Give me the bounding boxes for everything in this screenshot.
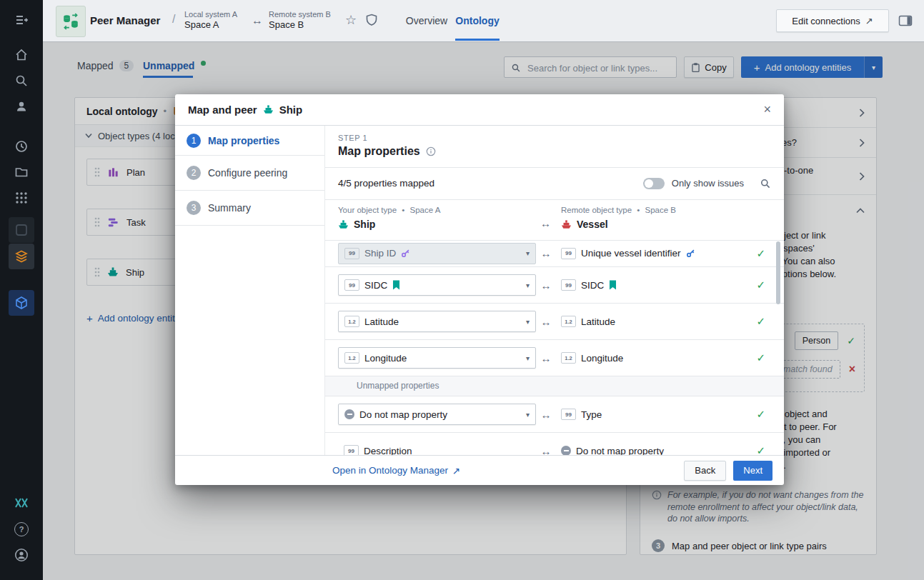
bookmark-icon <box>392 280 400 290</box>
step-label: Map properties <box>208 135 279 146</box>
profile-icon[interactable] <box>13 546 30 564</box>
dot-separator: • <box>637 206 640 214</box>
mapped-summary-text: 4/5 properties mapped <box>338 178 434 189</box>
property-name: Longitude <box>364 353 407 364</box>
property-name: Description <box>364 446 412 456</box>
panel-layout-button[interactable] <box>895 10 916 31</box>
mapping-summary-bar: 4/5 properties mapped Only show issues <box>325 167 784 200</box>
map-arrow-icon: ↔ <box>540 409 552 421</box>
string-type-icon: 99 <box>561 248 576 259</box>
only-show-issues-label: Only show issues <box>672 178 744 189</box>
property-name: Do not map property <box>359 409 447 420</box>
map-arrow-icon: ↔ <box>540 352 552 364</box>
caret-down-icon: ▾ <box>526 318 530 326</box>
property-search-icon[interactable] <box>760 178 771 189</box>
app-title: Peer Manager <box>90 14 160 26</box>
open-ontology-manager-link[interactable]: Open in Ontology Manager ↗ <box>332 465 460 476</box>
property-name: Latitude <box>364 316 399 327</box>
property-mapping-list: 99 Ship ID ▾ ↔ 99 Unique vessel identifi… <box>325 240 784 455</box>
property-select[interactable]: 99 SIDC ▾ <box>338 274 536 296</box>
footer-buttons: Back Next <box>684 461 773 481</box>
sidebar: ? <box>0 0 43 580</box>
ontology-app-icon[interactable] <box>9 244 34 269</box>
favorite-star-icon[interactable]: ☆ <box>345 12 357 28</box>
string-type-icon: 99 <box>344 248 359 259</box>
remote-system-label: Remote system B <box>269 10 331 19</box>
apps-grid-icon[interactable] <box>13 189 30 206</box>
back-button[interactable]: Back <box>684 461 726 481</box>
edit-connections-label: Edit connections <box>792 16 860 26</box>
next-button[interactable]: Next <box>733 461 773 481</box>
folder-icon[interactable] <box>13 164 30 181</box>
property-name: SIDC <box>581 280 604 291</box>
close-icon[interactable]: × <box>763 102 771 117</box>
string-type-icon: 99 <box>344 279 359 291</box>
people-icon[interactable] <box>13 98 30 115</box>
mapped-check-icon: ✓ <box>756 247 765 260</box>
step-number-badge: 3 <box>187 201 201 215</box>
your-object-type-label: Your object type <box>338 206 397 214</box>
toggle-knob <box>645 179 653 188</box>
search-nav-icon[interactable] <box>13 72 30 89</box>
bookmark-icon <box>609 280 617 290</box>
double-type-icon: 1.2 <box>561 316 576 327</box>
tab-ontology-label: Ontology <box>455 15 499 26</box>
modal-header: Map and peer Ship × <box>175 94 784 126</box>
next-button-label: Next <box>743 465 762 476</box>
step-configure-peering[interactable]: 2 Configure peering <box>175 156 324 191</box>
peer-manager-app-icon[interactable] <box>56 6 86 37</box>
cube-app-icon[interactable] <box>9 290 34 316</box>
double-type-icon: 1.2 <box>344 316 359 327</box>
map-arrow-icon: ↔ <box>540 217 551 229</box>
mapped-check-icon: ✓ <box>756 444 765 455</box>
step-map-properties[interactable]: 1 Map properties <box>175 126 324 156</box>
your-space-label: Space A <box>410 206 441 214</box>
caret-down-icon: ▾ <box>526 281 530 289</box>
property-name: Latitude <box>581 316 615 327</box>
step-heading-row: Map properties <box>338 145 436 158</box>
remote-property: 1.2 Longitude <box>561 352 623 364</box>
your-entity-name: Ship <box>354 219 375 230</box>
help-question-glyph: ? <box>14 522 29 536</box>
property-select[interactable]: Do not map property ▾ <box>338 404 536 425</box>
help-icon[interactable]: ? <box>13 521 30 538</box>
modal-footer: Open in Ontology Manager ↗ Back Next <box>175 455 784 485</box>
step-number-badge: 1 <box>187 134 201 148</box>
mapping-row-longitude: 1.2 Longitude ▾ ↔ 1.2 Longitude ✓ <box>325 340 784 376</box>
step-heading: Map properties <box>338 145 420 158</box>
breadcrumb-separator: / <box>172 13 175 26</box>
your-column-label: Your object type • Space A <box>338 206 440 214</box>
tab-ontology[interactable]: Ontology <box>455 0 500 41</box>
remote-property: 99 Type <box>561 409 602 420</box>
remote-property: 99 Unique vessel identifier <box>561 248 695 259</box>
modal-list-scrollbar[interactable] <box>776 241 780 304</box>
external-arrow-icon: ↗ <box>865 16 873 26</box>
mapped-check-icon: ✓ <box>756 279 765 291</box>
property-name: Longitude <box>581 353 623 364</box>
property-select[interactable]: 1.2 Longitude ▾ <box>338 347 536 369</box>
menu-expand-icon[interactable] <box>13 11 30 29</box>
do-not-map-icon <box>344 409 354 419</box>
systems-swap-icon: ↔ <box>252 14 263 27</box>
mapping-row-description: 99 Description ↔ Do not map property ✓ <box>325 433 784 455</box>
brand-icon[interactable] <box>13 494 30 511</box>
mapped-check-icon: ✓ <box>756 408 765 421</box>
modal-steps: 1 Map properties 2 Configure peering 3 S… <box>175 126 325 455</box>
shield-icon[interactable] <box>365 14 378 26</box>
step-summary[interactable]: 3 Summary <box>175 191 324 226</box>
property-select[interactable]: 99 Ship ID ▾ <box>338 243 536 264</box>
app-tile-icon[interactable] <box>9 217 34 243</box>
property-select[interactable]: 1.2 Latitude ▾ <box>338 311 536 332</box>
remote-column-label: Remote object type • Space B <box>561 206 676 214</box>
only-show-issues-toggle[interactable] <box>643 178 665 189</box>
mapping-column-headers: Your object type • Space A Ship ↔ Remote… <box>325 200 784 241</box>
caret-down-icon: ▾ <box>526 411 530 419</box>
double-type-icon: 1.2 <box>561 352 576 364</box>
edit-connections-button[interactable]: Edit connections ↗ <box>776 9 889 32</box>
info-icon[interactable] <box>426 146 436 156</box>
history-icon[interactable] <box>13 138 30 155</box>
tab-overview[interactable]: Overview <box>404 0 449 41</box>
step-label: Configure peering <box>208 167 287 179</box>
home-icon[interactable] <box>13 46 30 64</box>
do-not-map-icon <box>561 446 571 455</box>
